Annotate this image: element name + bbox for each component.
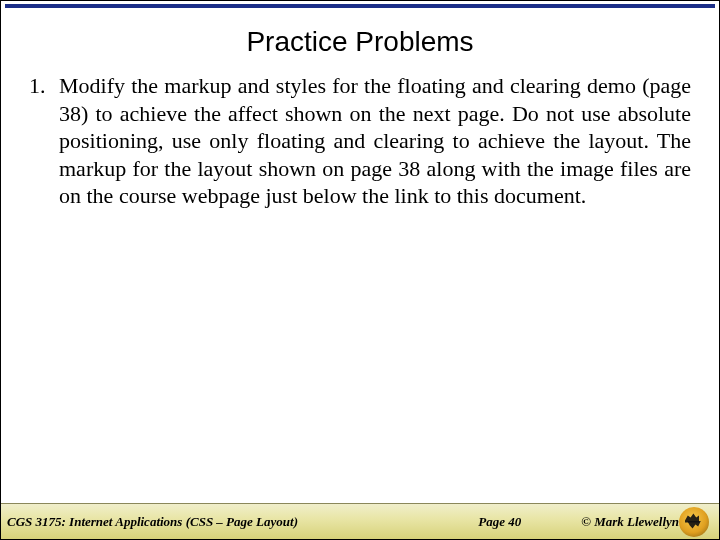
content-area: 1. Modify the markup and styles for the …	[1, 62, 719, 503]
item-number: 1.	[29, 72, 59, 210]
footer-course: CGS 3175: Internet Applications (CSS – P…	[7, 514, 298, 530]
footer-page: Page 40	[478, 514, 521, 530]
slide: Practice Problems 1. Modify the markup a…	[0, 0, 720, 540]
footer-bar: CGS 3175: Internet Applications (CSS – P…	[1, 503, 719, 539]
list-item: 1. Modify the markup and styles for the …	[29, 72, 691, 210]
footer-copyright: © Mark Llewellyn	[581, 514, 679, 530]
pegasus-icon	[679, 507, 709, 537]
slide-title: Practice Problems	[1, 8, 719, 62]
ucf-logo	[679, 507, 709, 537]
item-text: Modify the markup and styles for the flo…	[59, 72, 691, 210]
